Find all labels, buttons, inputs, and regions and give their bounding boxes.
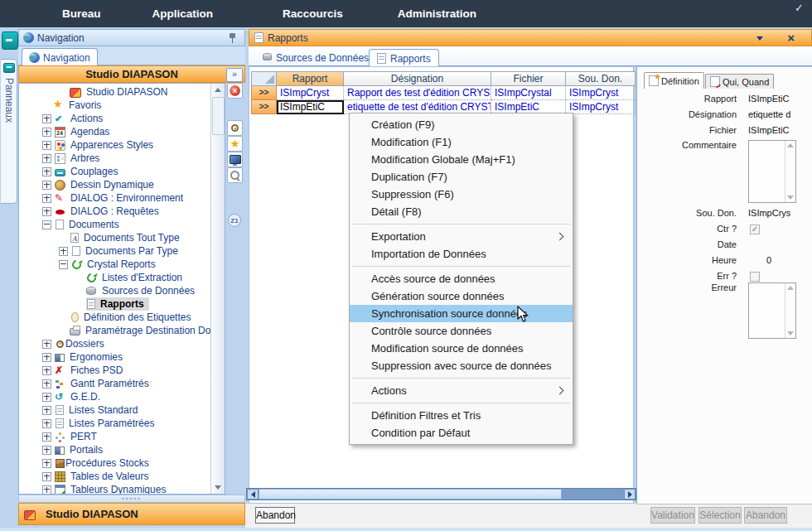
scroll-down-icon[interactable] xyxy=(211,481,224,494)
scroll-right-icon[interactable] xyxy=(624,489,636,500)
abandon-button[interactable]: Abandon xyxy=(255,507,295,524)
tree-item[interactable]: Apparences Styles xyxy=(19,138,211,152)
cell-rapport[interactable]: ISImpEtiC xyxy=(277,100,344,114)
tree-item[interactable]: Favoris xyxy=(19,99,211,112)
scroll-up-icon[interactable] xyxy=(787,143,794,147)
textarea-scrollbar[interactable] xyxy=(785,141,795,202)
header-more-button[interactable]: » xyxy=(226,68,243,82)
search-button[interactable] xyxy=(227,167,243,183)
scroll-left-icon[interactable] xyxy=(247,489,259,500)
tree-item[interactable]: Portails xyxy=(19,443,211,456)
chevron-down-icon[interactable] xyxy=(756,36,763,41)
tree-item[interactable]: Dossiers xyxy=(19,337,211,350)
expand-plus-icon[interactable] xyxy=(42,154,51,163)
expand-plus-icon[interactable] xyxy=(42,419,51,428)
expand-plus-icon[interactable] xyxy=(42,141,51,150)
expand-plus-icon[interactable] xyxy=(42,393,51,402)
expand-plus-icon[interactable] xyxy=(42,459,51,468)
field-value[interactable]: ISImpEtiC xyxy=(748,125,790,135)
expand-plus-icon[interactable] xyxy=(42,194,51,203)
tree-item[interactable]: Actions xyxy=(19,112,211,125)
expand-plus-icon[interactable] xyxy=(59,247,68,256)
tree-item[interactable]: Arbres xyxy=(19,152,211,165)
tree-item[interactable]: Paramétrage Destination Document xyxy=(19,324,211,337)
menu-bureau[interactable]: Bureau xyxy=(62,7,101,20)
row-marker[interactable]: >> xyxy=(251,100,277,114)
tree-item[interactable]: Tables de Valeurs xyxy=(19,470,211,483)
scrollbar-thumb[interactable] xyxy=(259,489,562,500)
field-value[interactable]: ISImpEtiC xyxy=(748,94,790,104)
column-header[interactable]: Sou. Don. xyxy=(566,71,636,86)
tree-item[interactable]: Dessin Dynamique xyxy=(19,178,211,191)
tree-item[interactable]: Gantt Paramétrés xyxy=(19,377,211,390)
tree-item[interactable]: Studio DIAPASON xyxy=(19,85,211,99)
tree-item[interactable]: Listes d'Extraction xyxy=(19,271,211,284)
abandon-disabled-button[interactable]: Abandon xyxy=(744,507,787,524)
collapse-minus-icon[interactable] xyxy=(42,220,51,229)
tree-scrollbar[interactable] xyxy=(210,84,225,494)
horizontal-scrollbar[interactable] xyxy=(246,488,636,500)
context-menu-item[interactable]: Importation de Données xyxy=(350,245,573,263)
panneaux-tab[interactable]: Panneaux xyxy=(1,59,17,204)
cell-fichier[interactable]: ISImpCrystal xyxy=(491,86,566,100)
expand-plus-icon[interactable] xyxy=(42,353,51,362)
delete-button[interactable]: × xyxy=(227,83,243,99)
panel-splitter[interactable]: ▪▪▪▪▪ xyxy=(18,495,245,503)
tab-navigation[interactable]: Navigation xyxy=(22,48,98,66)
context-menu-item[interactable]: Modification (F1) xyxy=(350,133,573,151)
context-menu-item[interactable]: Création (F9) xyxy=(350,116,573,133)
check-icon[interactable]: ✓ xyxy=(795,2,804,14)
field-textarea[interactable] xyxy=(748,282,796,339)
tree-item[interactable]: Couplages xyxy=(19,165,211,178)
tree-item[interactable]: Documents xyxy=(19,218,211,231)
textarea-scrollbar[interactable] xyxy=(785,283,795,338)
context-menu-item[interactable]: Exportation xyxy=(350,228,573,245)
scroll-down-icon[interactable] xyxy=(787,331,794,335)
scroll-down-icon[interactable] xyxy=(787,196,794,200)
tree-item[interactable]: Ergonomies xyxy=(19,350,211,364)
tree-item[interactable]: Listes Paramétrées xyxy=(19,417,211,430)
tree-item[interactable]: Crystal Reports xyxy=(19,258,211,271)
tree-item[interactable]: DIALOG : Environnement xyxy=(19,191,211,205)
tree-item[interactable]: Documents Tout Type xyxy=(19,231,211,244)
context-menu-item[interactable]: Actions xyxy=(350,382,573,399)
column-header[interactable]: Désignation xyxy=(344,71,491,86)
tree-item[interactable]: Définition des Etiquettes xyxy=(19,311,211,324)
expand-plus-icon[interactable] xyxy=(42,128,51,137)
tree-item[interactable]: Rapports xyxy=(19,297,211,311)
screen-button[interactable] xyxy=(227,152,243,167)
expand-plus-icon[interactable] xyxy=(42,472,51,481)
expand-plus-icon[interactable] xyxy=(42,181,51,190)
tree-item[interactable]: Agendas xyxy=(19,125,211,138)
field-checkbox[interactable] xyxy=(750,272,760,282)
cell-sou-don[interactable]: ISImpCryst xyxy=(566,86,636,100)
column-header[interactable]: Fichier xyxy=(491,71,566,86)
tree-item[interactable]: Sources de Données xyxy=(19,284,211,297)
expand-plus-icon[interactable] xyxy=(42,366,51,375)
validation-button[interactable]: Validation xyxy=(650,507,695,524)
tree-item[interactable]: Listes Standard xyxy=(19,403,211,417)
pin-icon[interactable] xyxy=(229,33,236,44)
expand-plus-icon[interactable] xyxy=(42,485,51,495)
tab-rapports[interactable]: Rapports xyxy=(369,49,439,68)
context-menu-item[interactable]: Détail (F8) xyxy=(350,203,573,220)
scrollbar-thumb[interactable] xyxy=(212,97,225,135)
field-checkbox[interactable]: ✓ xyxy=(750,224,760,234)
field-value[interactable]: ISImpCrys xyxy=(748,208,790,218)
menu-administration[interactable]: Administration xyxy=(398,7,476,20)
expand-plus-icon[interactable] xyxy=(42,167,51,176)
context-menu-item[interactable]: Duplication (F7) xyxy=(350,168,573,186)
tab-sources-de-donnees[interactable]: Sources de Données xyxy=(255,49,376,66)
context-menu-item[interactable]: Condition par Défaut xyxy=(350,424,573,442)
collapse-minus-icon[interactable] xyxy=(59,260,68,269)
studio-bottom-bar[interactable]: Studio DIAPASON xyxy=(18,503,245,525)
tree-item[interactable]: Procédures Stocks xyxy=(19,456,211,470)
tree-item[interactable]: Fiches PSD xyxy=(19,364,211,377)
dossiers-button[interactable] xyxy=(227,120,243,136)
tree-item[interactable]: PERT xyxy=(19,430,211,443)
expand-plus-icon[interactable] xyxy=(42,432,51,442)
context-menu-item[interactable]: Génération source données xyxy=(350,287,573,305)
tab-qui-quand[interactable]: Qui, Quand xyxy=(705,74,774,89)
menu-application[interactable]: Application xyxy=(152,7,214,20)
tree-item[interactable]: G.E.D. xyxy=(19,390,211,403)
